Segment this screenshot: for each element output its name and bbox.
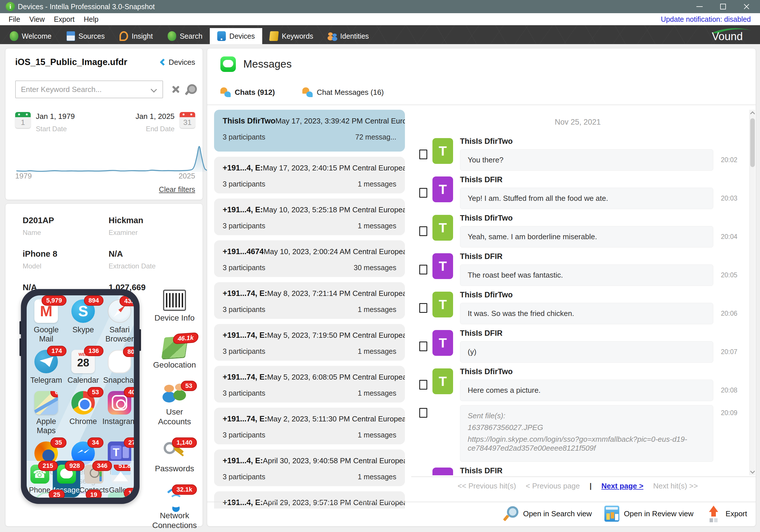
pagination-link[interactable]: Next hit(s) >> xyxy=(653,482,698,490)
nav-tab[interactable]: Insight xyxy=(112,28,160,44)
end-date-calendar-icon[interactable]: 31 xyxy=(180,112,195,128)
message-checkbox[interactable] xyxy=(419,408,427,418)
menu-item[interactable]: File xyxy=(4,15,24,23)
close-button[interactable] xyxy=(743,3,750,10)
chat-list-item[interactable]: ThisIs DfirTwo May 17, 2023, 3:39:42 PM … xyxy=(214,110,405,152)
message-checkbox[interactable] xyxy=(419,226,427,236)
minimize-button[interactable] xyxy=(696,3,703,10)
timeline-chart[interactable] xyxy=(15,140,212,174)
menu-item[interactable]: View xyxy=(24,15,49,23)
dock-app[interactable]: 215 Phone xyxy=(27,465,53,495)
app-label: Snapchat xyxy=(103,376,134,385)
app-badge: 61 xyxy=(50,391,58,397)
phone-app[interactable]: 894 Skype xyxy=(64,299,103,343)
message-checkbox[interactable] xyxy=(419,303,427,313)
messages-tab-label: Chats (912) xyxy=(235,88,275,97)
back-to-devices-link[interactable]: Devices xyxy=(161,58,195,67)
messages-tab[interactable]: Chats (912) xyxy=(220,87,275,97)
category-item[interactable]: 53 User Accounts xyxy=(149,383,200,426)
message-checkbox[interactable] xyxy=(419,341,427,351)
message-sender: ThisIs DfirTwo xyxy=(460,367,737,376)
chat-list-item[interactable]: +191...4, E: May 17, 2023, 2:40:15 PM Ce… xyxy=(214,157,405,193)
message-checkbox[interactable] xyxy=(419,150,427,159)
message-row: T ThisIs DFIR The roast beef was fantast… xyxy=(418,251,737,286)
nav-tab-icon xyxy=(119,31,128,41)
message-checkbox[interactable] xyxy=(419,380,427,390)
phone-app[interactable]: 40 Instagram xyxy=(102,391,134,435)
category-item[interactable]: 32.1k Network Connections xyxy=(149,487,200,530)
message-checkbox[interactable] xyxy=(419,188,427,198)
message-row: T ThisIs DfirTwo Here comes a picture. 2… xyxy=(418,367,737,401)
menu-item[interactable]: Export xyxy=(49,15,79,23)
avatar: T xyxy=(432,467,453,475)
message-row: T ThisIs DfirTwo It was. So was the frie… xyxy=(418,290,737,324)
device-info-field: D201AP Name xyxy=(23,216,109,237)
phone-app[interactable]: 136 Calendar xyxy=(64,350,103,385)
end-date-value[interactable]: Jan 1, 2025 xyxy=(136,112,174,121)
nav-tab-label: Identities xyxy=(340,32,369,40)
app-icon: 80 xyxy=(108,350,131,373)
app-label: Telegram xyxy=(30,376,62,385)
chat-list-item[interactable]: +191...74, E: May 5, 2023, 7:19:50 PM Ce… xyxy=(214,324,405,361)
start-date-label: Start Date xyxy=(36,125,75,133)
message-sender: ThisIs DfirTwo xyxy=(460,290,737,299)
start-date-calendar-icon[interactable]: 1 xyxy=(15,112,31,128)
scroll-up-icon[interactable] xyxy=(750,111,755,116)
field-value: N/A xyxy=(109,249,195,259)
chat-list-item[interactable]: +191...4674 May 10, 2023, 2:00:24 AM Cen… xyxy=(214,241,405,277)
nav-tab[interactable]: Sources xyxy=(59,28,112,44)
chat-list-item[interactable]: +191...74, E: May 5, 2023, 6:08:05 PM Ce… xyxy=(214,366,405,403)
svg-text:Vound: Vound xyxy=(712,30,743,42)
nav-tab[interactable]: Keywords xyxy=(262,28,321,44)
chat-list-item[interactable]: +191...74, E: May 2, 2023, 5:11:30 PM Ce… xyxy=(214,408,405,444)
phone-app[interactable]: 174 Telegram xyxy=(28,350,64,385)
chat-list-item[interactable]: +191...74, E: May 8, 2023, 7:21:14 PM Ce… xyxy=(214,282,405,319)
search-icon[interactable] xyxy=(185,84,195,95)
keyword-search-input[interactable] xyxy=(15,80,163,98)
footer-action-label: Export xyxy=(726,510,747,518)
chat-list-item[interactable]: +191...4, E: April 29, 2023, 9:57:18 PM … xyxy=(214,491,405,509)
phone-app[interactable]: 61 Apple Maps xyxy=(28,391,64,435)
pagination-link[interactable]: < Previous page xyxy=(526,482,580,490)
chat-message-count: 1 messages xyxy=(357,389,396,397)
pagination-link[interactable]: | xyxy=(590,482,592,490)
category-item[interactable]: 1,140 Passwords xyxy=(149,440,200,473)
phone-app[interactable]: 80 Snapchat xyxy=(102,350,134,385)
message-time: 20:08 xyxy=(713,386,737,394)
chat-list-item[interactable]: +191...4, E: April 30, 2023, 9:40:58 PM … xyxy=(214,450,405,486)
nav-tab[interactable]: Welcome xyxy=(2,28,59,44)
phone-app[interactable]: 5,979 Google Mail xyxy=(28,299,64,343)
category-item[interactable]: 46.1k Geolocation xyxy=(149,336,200,370)
update-notification-link[interactable]: Update notification: disabled xyxy=(661,15,756,23)
maximize-button[interactable] xyxy=(719,3,727,10)
dock-app-icon: 928 xyxy=(57,465,76,484)
clear-search-icon[interactable] xyxy=(171,84,180,94)
dock-app-badge: 215 xyxy=(38,461,58,471)
chat-participants: 3 participants xyxy=(223,389,265,397)
app-badge: 17 xyxy=(124,488,134,498)
footer-action[interactable]: Open in Search view xyxy=(503,506,592,522)
timeline-end-label: 2025 xyxy=(178,172,195,181)
footer-action[interactable]: Open in Review view xyxy=(604,506,693,522)
footer-action[interactable]: Export xyxy=(706,506,747,522)
chat-date: May 5, 2023, 6:08:05 PM Central European… xyxy=(267,373,405,381)
nav-tab[interactable]: Identities xyxy=(321,28,376,44)
clear-filters-link[interactable]: Clear filters xyxy=(159,185,195,194)
message-bubble: Sent file(s):1637867356027.JPEGhttps://l… xyxy=(460,405,713,462)
menu-item[interactable]: Help xyxy=(79,15,103,23)
pagination-link[interactable]: Next page > xyxy=(601,482,643,490)
nav-tab[interactable]: Search xyxy=(160,28,210,44)
message-checkbox[interactable] xyxy=(419,265,427,275)
scroll-down-icon[interactable] xyxy=(750,469,755,474)
scrollbar-thumb[interactable] xyxy=(750,118,755,167)
phone-app[interactable]: 432 Safari Browser xyxy=(102,299,134,343)
nav-tab[interactable]: Devices xyxy=(210,28,262,44)
start-date-value[interactable]: Jan 1, 1979 xyxy=(36,112,75,121)
chat-list-item[interactable]: +191...4, E: May 10, 2023, 5:25:18 PM Ce… xyxy=(214,199,405,235)
message-sender: ThisIs DFIR xyxy=(460,466,737,475)
messages-tab[interactable]: Chat Messages (16) xyxy=(302,87,384,97)
thread-scrollbar[interactable] xyxy=(749,110,755,475)
pagination-link[interactable]: << Previous hit(s) xyxy=(458,482,516,490)
phone-app[interactable]: 53 Chrome xyxy=(64,391,103,435)
category-item[interactable]: Device Info xyxy=(149,289,200,323)
